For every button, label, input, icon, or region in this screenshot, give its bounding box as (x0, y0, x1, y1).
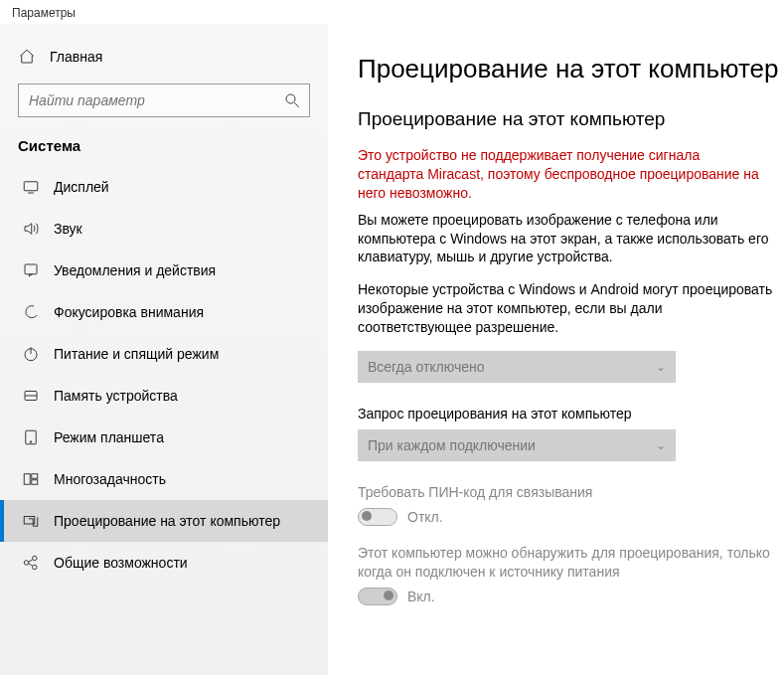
svg-rect-13 (32, 480, 38, 485)
toggle-knob (362, 511, 372, 521)
chevron-down-icon: ⌄ (656, 438, 666, 452)
sidebar-item-label: Режим планшета (54, 429, 164, 445)
ask-label: Запрос проецирования на этот компьютер (358, 405, 775, 423)
display-icon (22, 178, 40, 196)
toggle-knob (384, 591, 393, 600)
svg-point-16 (33, 556, 38, 561)
miracast-warning: Это устройство не поддерживает получение… (358, 146, 765, 203)
home-icon (18, 48, 36, 66)
search-field[interactable] (29, 92, 283, 108)
focus-icon (22, 303, 40, 321)
description-2: Некоторые устройства с Windows и Android… (358, 280, 775, 337)
sidebar-item-tablet[interactable]: Режим планшета (0, 417, 328, 458)
svg-point-15 (24, 561, 29, 566)
storage-icon (22, 387, 40, 405)
shared-icon (22, 554, 40, 572)
sidebar-item-label: Память устройства (54, 388, 178, 404)
home-button[interactable]: Главная (0, 40, 328, 74)
sidebar-item-sound[interactable]: Звук (0, 208, 328, 250)
section-title: Проецирование на этот компьютер (358, 108, 784, 130)
svg-point-17 (33, 565, 38, 570)
svg-rect-11 (24, 474, 30, 485)
sidebar-item-label: Питание и спящий режим (54, 346, 219, 362)
sidebar-item-storage[interactable]: Память устройства (0, 375, 328, 417)
sidebar-item-project[interactable]: Проецирование на этот компьютер (0, 500, 328, 542)
dropdown-value: Всегда отключено (368, 359, 485, 375)
sound-icon (22, 220, 40, 238)
pin-toggle-state: Откл. (407, 509, 443, 525)
dropdown-value: При каждом подключении (368, 437, 536, 453)
window-title: Параметры (0, 0, 784, 24)
svg-rect-2 (24, 182, 38, 191)
sidebar-category: Система (0, 131, 328, 166)
project-icon (22, 512, 40, 530)
svg-line-18 (29, 560, 33, 562)
power-icon (22, 345, 40, 363)
pin-toggle[interactable] (358, 508, 397, 526)
pin-label: Требовать ПИН-код для связывания (358, 483, 775, 502)
sidebar-item-shared[interactable]: Общие возможности (0, 542, 328, 584)
notifications-icon (22, 261, 40, 279)
page-title: Проецирование на этот компьютер (358, 54, 784, 84)
sidebar-item-focus[interactable]: Фокусировка внимания (0, 291, 328, 333)
sidebar-item-label: Уведомления и действия (54, 262, 216, 278)
tablet-icon (22, 428, 40, 446)
power-discover-label: Этот компьютер можно обнаружить для прое… (358, 544, 775, 582)
multitask-icon (22, 470, 40, 488)
power-discover-toggle-state: Вкл. (407, 589, 435, 604)
svg-rect-4 (25, 264, 37, 274)
description-1: Вы можете проецировать изображение с тел… (358, 211, 775, 267)
sidebar-item-label: Многозадачность (54, 471, 166, 487)
sidebar-item-label: Дисплей (54, 179, 109, 195)
sidebar: Главная Система Дисплей (0, 24, 328, 675)
chevron-down-icon: ⌄ (656, 360, 666, 374)
search-icon (283, 91, 301, 109)
svg-line-1 (294, 102, 299, 107)
svg-point-0 (286, 94, 295, 103)
svg-point-10 (30, 441, 32, 443)
sidebar-item-label: Проецирование на этот компьютер (54, 513, 280, 529)
home-label: Главная (50, 49, 102, 65)
permission-dropdown[interactable]: Всегда отключено ⌄ (358, 351, 676, 383)
sidebar-item-power[interactable]: Питание и спящий режим (0, 333, 328, 375)
sidebar-item-display[interactable]: Дисплей (0, 166, 328, 208)
svg-line-19 (29, 564, 33, 566)
content-area: Проецирование на этот компьютер Проециро… (328, 24, 784, 675)
sidebar-item-label: Фокусировка внимания (54, 304, 204, 320)
power-discover-toggle[interactable] (358, 588, 397, 605)
search-input[interactable] (18, 84, 310, 117)
ask-dropdown[interactable]: При каждом подключении ⌄ (358, 429, 676, 461)
sidebar-item-label: Звук (54, 221, 82, 237)
svg-rect-12 (32, 474, 38, 479)
sidebar-item-label: Общие возможности (54, 555, 188, 571)
sidebar-item-multitask[interactable]: Многозадачность (0, 458, 328, 500)
sidebar-item-notifications[interactable]: Уведомления и действия (0, 250, 328, 291)
